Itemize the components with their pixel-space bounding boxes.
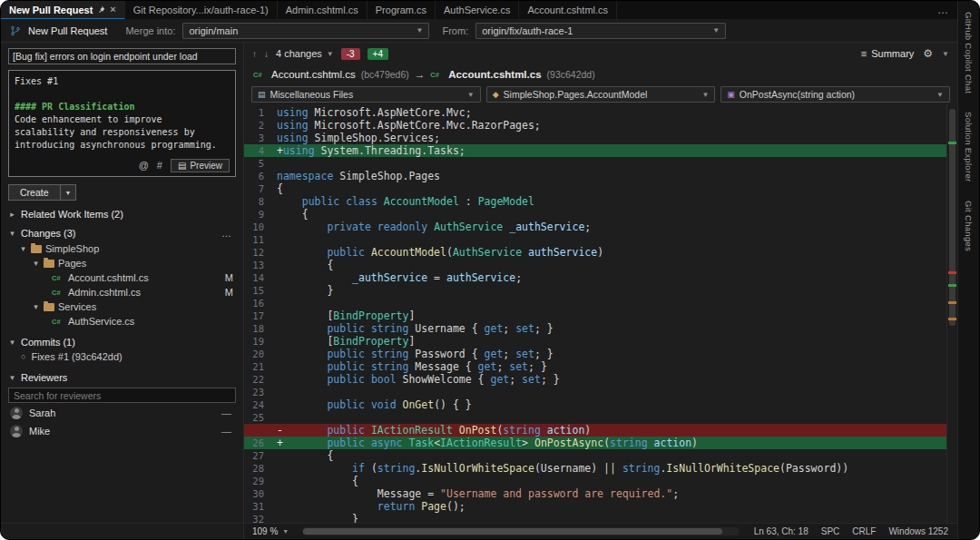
code-line[interactable]: 10 private readonly AuthService _authSer… — [244, 221, 946, 233]
code-line[interactable]: 32 } — [244, 513, 946, 523]
insert-mode-indicator[interactable]: SPC — [821, 526, 840, 536]
previous-change-icon[interactable]: ↑ — [252, 49, 257, 59]
code-line[interactable]: 13 { — [244, 259, 946, 271]
merge-into-dropdown[interactable]: origin/main ▼ — [182, 23, 429, 39]
code-line[interactable]: 14 _authService = authService; — [244, 271, 946, 284]
line-number: 20 — [244, 348, 277, 360]
encoding-indicator[interactable]: Windows 1252 — [888, 526, 948, 536]
code-line[interactable]: 31 return Page(); — [244, 500, 946, 513]
zoom-control[interactable]: 109 % ▼ — [244, 526, 297, 536]
code-line[interactable]: 5 — [244, 157, 946, 170]
code-line[interactable]: 9 { — [244, 208, 946, 221]
code-line[interactable]: 27 { — [244, 449, 946, 462]
tab-account-cshtml-cs[interactable]: Account.cshtml.cs — [519, 1, 617, 19]
create-dropdown-button[interactable]: ▼ — [61, 184, 77, 201]
code-line[interactable]: 19 [BindProperty] — [244, 335, 946, 348]
description-line: Code enhancement to improve — [15, 113, 230, 126]
code-line[interactable]: 16 — [244, 297, 946, 309]
preview-button[interactable]: ▤ Preview — [171, 159, 230, 172]
code-line[interactable]: 2using Microsoft.AspNetCore.Mvc.RazorPag… — [244, 119, 946, 132]
tab-admin-cshtml-cs[interactable]: Admin.cshtml.cs — [278, 1, 368, 19]
code-line[interactable]: 22 public bool ShowWelcome { get; set; } — [244, 373, 946, 386]
next-change-icon[interactable]: ↓ — [264, 49, 269, 59]
code-line[interactable]: 20 public string Password { get; set; } — [244, 348, 946, 360]
code-line-added[interactable]: 26+ public async Task<IActionResult> OnP… — [244, 437, 946, 449]
changes-dropdown[interactable]: 4 changes ▼ — [276, 48, 334, 59]
section-commits[interactable]: ▾ Commits (1) — [8, 337, 236, 348]
tool-tab-github-copilot-chat[interactable]: GitHub Copilot Chat — [964, 12, 974, 93]
code-line[interactable]: 21 public string Message { get; set; } — [244, 360, 946, 373]
code-text: using SimpleShop.Services; — [277, 132, 440, 144]
tree-item-authservice-cs[interactable]: C# AuthService.cs — [8, 314, 236, 329]
tree-item-services[interactable]: ▾ Services — [8, 299, 236, 314]
tab-authservice-cs[interactable]: AuthService.cs — [436, 1, 519, 19]
from-dropdown[interactable]: origin/fix/auth-race-1 ▼ — [475, 23, 726, 39]
code-line[interactable]: 12 public AccountModel(AuthService authS… — [244, 246, 946, 259]
remove-reviewer-button[interactable]: — — [221, 407, 236, 418]
line-number: 8 — [244, 195, 277, 208]
gear-icon[interactable]: ⚙ — [923, 47, 933, 60]
commit-item[interactable]: ○ Fixes #1 (93c642dd) — [8, 349, 236, 364]
line-number: 5 — [244, 157, 277, 170]
base-commit-hash: (bc479ed6) — [361, 69, 409, 80]
code-line[interactable]: 8 public class AccountModel : PageModel — [244, 195, 946, 208]
pr-description-editor[interactable]: Fixes #1 #### PR Classification Code enh… — [8, 70, 236, 177]
editor-scrollbar[interactable] — [946, 104, 957, 523]
horizontal-scrollbar-thumb[interactable] — [303, 528, 722, 535]
code-line[interactable]: 25 — [244, 411, 946, 424]
code-line[interactable]: 15 } — [244, 284, 946, 297]
tool-tab-solution-explorer[interactable]: Solution Explorer — [964, 112, 974, 182]
tree-item-pages[interactable]: ▾ Pages — [8, 256, 236, 270]
tree-item-account-cshtml-cs[interactable]: C# Account.cshtml.cs M — [8, 270, 236, 285]
summary-button[interactable]: ≡ Summary — [861, 48, 914, 59]
code-line[interactable]: 3using SimpleShop.Services; — [244, 132, 946, 144]
horizontal-scrollbar[interactable] — [302, 527, 739, 535]
workitem-icon[interactable]: # — [157, 161, 162, 171]
changes-menu-button[interactable]: … — [221, 228, 236, 239]
tab-new-pull-request[interactable]: New Pull Request × — [1, 1, 125, 19]
diff-toolbar: ↑ ↓ 4 changes ▼ -3 +4 ≡ Summary ⚙ ▼ — [244, 43, 957, 64]
member-dropdown[interactable]: ▣ OnPostAsync(string action) ▼ — [720, 86, 950, 103]
tab-label: New Pull Request — [9, 5, 93, 15]
tree-item-simpleshop[interactable]: ▾ SimpleShop — [8, 241, 236, 256]
line-number: 25 — [244, 411, 277, 424]
section-related-work-items[interactable]: ▸ Related Work Items (2) — [8, 209, 236, 220]
section-changes[interactable]: ▾ Changes (3) … — [8, 228, 236, 239]
pr-title-input[interactable] — [8, 48, 236, 64]
remove-reviewer-button[interactable]: — — [221, 426, 236, 437]
pin-icon[interactable] — [97, 5, 105, 14]
reviewer-row-mike[interactable]: Mike — — [8, 423, 236, 439]
cursor-position-indicator[interactable]: Ln 63, Ch: 18 — [754, 526, 808, 536]
code-line[interactable]: 18 public string Username { get; set; } — [244, 322, 946, 335]
line-number: 4 — [244, 144, 277, 157]
tab-program-cs[interactable]: Program.cs — [368, 1, 436, 19]
tree-item-admin-cshtml-cs[interactable]: C# Admin.cshtml.cs M — [8, 285, 236, 299]
type-dropdown[interactable]: ◆ SimpleShop.Pages.AccountModel ▼ — [486, 86, 716, 103]
project-dropdown[interactable]: ▤ Miscellaneous Files ▼ — [251, 86, 481, 103]
tool-tab-git-changes[interactable]: Git Changes — [964, 201, 974, 251]
code-line[interactable]: 28 if (string.IsNullOrWhiteSpace(Usernam… — [244, 462, 946, 475]
code-line[interactable]: 7{ — [244, 182, 946, 195]
tab-git-repository[interactable]: Git Repository...ix/auth-race-1) — [125, 1, 278, 19]
tab-overflow-button[interactable]: … — [928, 1, 957, 19]
code-line[interactable]: 11 — [244, 233, 946, 246]
create-button[interactable]: Create — [8, 184, 61, 201]
close-icon[interactable]: × — [110, 5, 115, 15]
chevron-down-icon[interactable]: ▼ — [942, 50, 949, 58]
section-reviewers[interactable]: ▾ Reviewers — [8, 372, 236, 383]
code-line[interactable]: 23 — [244, 386, 946, 398]
reviewer-row-sarah[interactable]: Sarah — — [8, 405, 236, 421]
reviewer-search-input[interactable] — [8, 388, 236, 403]
code-line-removed[interactable]: - public IActionResult OnPost(string act… — [244, 424, 946, 437]
code-line[interactable]: 29 { — [244, 475, 946, 487]
code-line[interactable]: 24 public void OnGet() { } — [244, 398, 946, 411]
code-line[interactable]: 6namespace SimpleShop.Pages — [244, 170, 946, 182]
mention-icon[interactable]: @ — [139, 161, 149, 171]
code-line[interactable]: 17 [BindProperty] — [244, 309, 946, 322]
code-text: if (string.IsNullOrWhiteSpace(Username) … — [277, 462, 848, 475]
code-line[interactable]: 30 Message = "Username and password are … — [244, 487, 946, 500]
line-ending-indicator[interactable]: CRLF — [852, 526, 876, 536]
code-line-added[interactable]: 4+using System.Threading.Tasks; — [244, 144, 946, 157]
code-lines[interactable]: 1using Microsoft.AspNetCore.Mvc;2using M… — [244, 104, 946, 523]
code-line[interactable]: 1using Microsoft.AspNetCore.Mvc; — [244, 106, 946, 119]
